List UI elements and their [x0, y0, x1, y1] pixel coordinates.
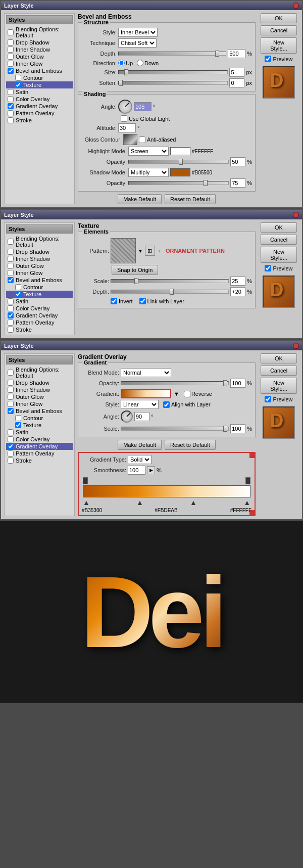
p2-inner-shadow[interactable]: Inner Shadow — [6, 255, 73, 262]
sidebar-item-drop-shadow[interactable]: Drop Shadow — [6, 39, 73, 46]
highlight-color-swatch[interactable] — [170, 147, 190, 155]
go-angle-dial[interactable] — [121, 410, 133, 423]
p3-preview-checkbox[interactable] — [265, 396, 271, 402]
ok-btn[interactable]: OK — [261, 13, 297, 23]
invert-checkbox[interactable] — [111, 298, 117, 304]
anti-aliased-checkbox[interactable] — [139, 136, 145, 143]
sidebar-item-bevel[interactable]: Bevel and Emboss — [6, 67, 73, 74]
p2-preview-checkbox[interactable] — [265, 265, 271, 271]
direction-down[interactable]: Down — [137, 60, 159, 66]
snap-to-origin-btn[interactable]: Snap to Origin — [112, 265, 158, 275]
size-slider[interactable] — [118, 70, 228, 74]
shadow-opacity-slider[interactable] — [128, 181, 229, 185]
go-scale-slider[interactable] — [121, 427, 229, 431]
style-select[interactable]: Inner Bevel — [118, 28, 158, 37]
gloss-contour-preview[interactable] — [123, 134, 137, 145]
p3-contour[interactable]: Contour — [6, 415, 73, 422]
pattern-preview[interactable] — [111, 238, 136, 263]
p3-inner-glow[interactable]: Inner Glow — [6, 400, 73, 407]
p2-satin[interactable]: Satin — [6, 298, 73, 305]
gradient-top-stop-right[interactable] — [245, 477, 250, 484]
inner-shadow-checkbox[interactable] — [8, 47, 14, 53]
go-scale-input[interactable] — [230, 424, 245, 433]
depth-slider[interactable] — [118, 52, 226, 56]
sidebar-item-outer-glow[interactable]: Outer Glow — [6, 53, 73, 60]
p3-pattern-overlay[interactable]: Pattern Overlay — [6, 450, 73, 457]
reset-default-btn[interactable]: Reset to Default — [165, 194, 216, 204]
soften-input[interactable] — [229, 78, 244, 87]
pattern-options-btn[interactable]: ⊞ — [145, 246, 155, 256]
panel3-close[interactable] — [293, 343, 299, 349]
p2-stroke[interactable]: Stroke — [6, 326, 73, 333]
p2-ok-btn[interactable]: OK — [261, 222, 297, 233]
gradient-bar-select[interactable] — [121, 389, 171, 398]
highlight-mode-select[interactable]: Screen — [128, 147, 169, 156]
p2-outer-glow[interactable]: Outer Glow — [6, 262, 73, 269]
sidebar-item-texture[interactable]: Texture — [6, 81, 73, 88]
smoothness-stepper[interactable]: ▶ — [147, 466, 155, 474]
make-default-btn[interactable]: Make Default — [118, 194, 162, 204]
global-light-checkbox[interactable] — [121, 115, 127, 122]
p2-bevel[interactable]: Bevel and Emboss — [6, 277, 73, 284]
go-opacity-input[interactable] — [230, 379, 245, 388]
go-style-select[interactable]: Linear — [121, 400, 159, 409]
technique-select[interactable]: Chisel Soft — [118, 38, 157, 48]
gradient-editor-bar[interactable] — [83, 485, 250, 497]
sidebar-item-stroke[interactable]: Stroke — [6, 117, 73, 124]
smoothness-input[interactable] — [128, 466, 145, 475]
highlight-opacity-input[interactable] — [230, 157, 245, 166]
sidebar-item-gradient-overlay[interactable]: Gradient Overlay — [6, 103, 73, 110]
p3-outer-glow[interactable]: Outer Glow — [6, 393, 73, 400]
link-with-layer-checkbox[interactable] — [139, 298, 146, 304]
p2-cancel-btn[interactable]: Cancel — [261, 235, 297, 245]
p3-reset-default-btn[interactable]: Reset to Default — [165, 440, 216, 450]
depth-input[interactable] — [228, 49, 245, 58]
texture-checkbox[interactable] — [15, 82, 21, 88]
p2-drop-shadow[interactable]: Drop Shadow — [6, 248, 73, 255]
texture-scale-input[interactable] — [230, 277, 245, 286]
p3-texture[interactable]: Texture — [6, 422, 73, 429]
sidebar-item-inner-glow[interactable]: Inner Glow — [6, 60, 73, 67]
preview-checkbox[interactable] — [265, 56, 271, 62]
go-angle-input[interactable] — [134, 412, 149, 421]
p3-drop-shadow[interactable]: Drop Shadow — [6, 379, 73, 386]
texture-depth-input[interactable] — [230, 287, 245, 296]
stop-marker-left[interactable]: ▲ — [83, 498, 90, 507]
gradient-type-select[interactable]: Solid — [128, 455, 152, 464]
p2-new-style-btn[interactable]: New Style... — [261, 247, 297, 263]
shadow-color-swatch[interactable] — [170, 168, 190, 176]
p3-cancel-btn[interactable]: Cancel — [261, 366, 297, 376]
sidebar-item-blending[interactable]: Blending Options: Default — [6, 26, 73, 39]
color-overlay-checkbox[interactable] — [8, 96, 14, 102]
p3-inner-shadow[interactable]: Inner Shadow — [6, 386, 73, 393]
texture-depth-slider[interactable] — [111, 290, 229, 294]
p3-color-overlay[interactable]: Color Overlay — [6, 436, 73, 443]
p2-inner-glow[interactable]: Inner Glow — [6, 269, 73, 277]
angle-dial[interactable] — [118, 100, 132, 114]
p3-bevel[interactable]: Bevel and Emboss — [6, 407, 73, 415]
p3-new-style-btn[interactable]: New Style... — [261, 378, 297, 394]
shadow-opacity-input[interactable] — [230, 178, 245, 188]
stop-marker-right2[interactable]: ▲ — [243, 498, 250, 507]
p3-blending[interactable]: Blending Options: Default — [6, 366, 73, 379]
p2-contour[interactable]: Contour — [6, 284, 73, 291]
soften-slider[interactable] — [118, 81, 228, 85]
p2-gradient-overlay[interactable]: Gradient Overlay — [6, 312, 73, 319]
panel2-close[interactable] — [293, 212, 299, 218]
sidebar-item-color-overlay[interactable]: Color Overlay — [6, 96, 73, 103]
p2-color-overlay[interactable]: Color Overlay — [6, 305, 73, 312]
p2-pattern-overlay[interactable]: Pattern Overlay — [6, 319, 73, 326]
p3-make-default-btn[interactable]: Make Default — [118, 440, 162, 450]
sidebar-item-satin[interactable]: Satin — [6, 88, 73, 96]
panel1-close[interactable] — [293, 3, 299, 9]
pattern-overlay-checkbox[interactable] — [8, 110, 14, 116]
texture-scale-slider[interactable] — [111, 279, 229, 283]
gradient-dropdown-arrow[interactable]: ▼ — [174, 391, 179, 397]
blend-mode-select[interactable]: Normal — [121, 368, 171, 377]
p3-ok-btn[interactable]: OK — [261, 353, 297, 363]
p2-texture[interactable]: Texture — [6, 291, 73, 298]
go-opacity-slider[interactable] — [121, 381, 229, 385]
p2-blending[interactable]: Blending Options: Default — [6, 235, 73, 248]
satin-checkbox[interactable] — [8, 89, 14, 95]
cancel-btn[interactable]: Cancel — [261, 25, 297, 35]
